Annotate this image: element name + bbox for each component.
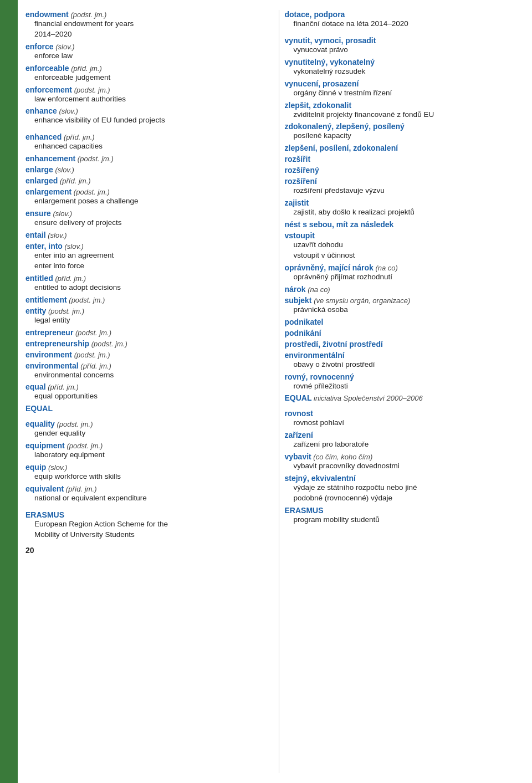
entry-term: oprávněný, mající nárok	[285, 263, 374, 272]
definition-line: enforceable judgement	[34, 73, 268, 83]
entry-term: enforcement	[25, 85, 72, 94]
blank-spacer	[285, 32, 527, 36]
entry-definition: enhanced capacities	[25, 141, 268, 152]
entry-definition: rozšíření představuje výzvu	[285, 186, 527, 196]
definition-line: enhance visibility of EU funded projects	[34, 115, 268, 126]
entry-definition: law enforcement authorities	[25, 94, 268, 105]
entry-definition: enforceable judgement	[25, 73, 268, 83]
list-item: EQUAL iniciativa Společenství 2000–2006	[285, 393, 527, 402]
list-item: environmental (příd. jm.)environmental c…	[25, 361, 268, 381]
list-item: zlepšit, zdokonalitzviditelnit projekty …	[285, 101, 527, 120]
entry-term: enlargement	[25, 187, 71, 196]
entry-definition: vybavit pracovníky dovednostmi	[285, 461, 527, 472]
definition-line: environmental concerns	[34, 370, 268, 381]
entry-definition: financial endowment for years2014–2020	[25, 19, 268, 40]
definition-line: uzavřít dohodu	[294, 240, 527, 250]
entry-definition: orgány činné v trestním řízení	[285, 88, 527, 99]
entry-meta: (na co)	[374, 264, 398, 272]
entry-meta: (ve smyslu orgán, organizace)	[312, 296, 411, 305]
definition-line: zviditelnit projekty financované z fondů…	[294, 110, 527, 120]
entry-definition: national or equivalent expenditure	[25, 493, 268, 504]
entry-definition: posílené kapacity	[285, 131, 527, 141]
entry-term: rozšíření	[285, 177, 317, 186]
list-item: equivalent (příd. jm.)national or equiva…	[25, 484, 268, 504]
right-column: dotace, podporafinanční dotace na léta 2…	[279, 10, 527, 773]
entry-definition: ensure delivery of projects	[25, 218, 268, 228]
definition-line: rovné příležitosti	[294, 381, 527, 392]
entry-term: vynutitelný, vykonatelný	[285, 58, 375, 66]
list-item: entrepreneur (podst. jm.)	[25, 328, 268, 337]
entry-term: environmental	[25, 361, 79, 370]
list-item: EQUAL	[25, 404, 268, 413]
entry-term: podnikatel	[285, 318, 324, 326]
list-item: enlargement (podst. jm.)enlargement pose…	[25, 187, 268, 207]
definition-line: law enforcement authorities	[34, 94, 268, 105]
list-item: oprávněný, mající nárok (na co)oprávněný…	[285, 263, 527, 283]
entry-term: vynucení, prosazení	[285, 79, 359, 88]
entry-term: environmentální	[285, 351, 345, 360]
entry-definition: vykonatelný rozsudek	[285, 66, 527, 77]
list-item: zařízenízařízení pro laboratoře	[285, 431, 527, 450]
entry-term: entitlement	[25, 295, 67, 304]
definition-line: 2014–2020	[34, 29, 268, 40]
entry-meta: (podst. jm.)	[89, 340, 127, 348]
entry-definition: equal opportunities	[25, 391, 268, 402]
entry-definition: laboratory equipment	[25, 450, 268, 460]
list-item: enlarged (příd. jm.)	[25, 176, 268, 185]
definition-line: laboratory equipment	[34, 450, 268, 460]
entry-meta: (slov.)	[46, 463, 67, 472]
definition-line: European Region Action Scheme for the	[34, 519, 268, 530]
entry-term: rozšířit	[285, 155, 311, 163]
list-item: equality (podst. jm.)gender equality	[25, 419, 268, 439]
entry-definition: equip workforce with skills	[25, 472, 268, 482]
entry-definition: uzavřít dohoduvstoupit v účinnost	[285, 240, 527, 261]
entry-term: entail	[25, 231, 46, 239]
list-item: rozšířit	[285, 155, 527, 163]
definition-line: finanční dotace na léta 2014–2020	[294, 19, 527, 29]
entry-meta: (podst. jm.)	[72, 86, 110, 94]
entry-term: ERASMUS	[25, 510, 64, 519]
blank-spacer	[25, 415, 268, 419]
definition-line: legal entity	[34, 315, 268, 326]
entry-term: zajistit	[285, 198, 309, 207]
entry-definition: vynucovat právo	[285, 45, 527, 55]
entry-term: equivalent	[25, 484, 64, 493]
entry-term: enter, into	[25, 242, 63, 250]
entry-meta: (podst. jm.)	[75, 155, 114, 163]
entry-term: entrepreneurship	[25, 339, 89, 348]
list-item: ERASMUSEuropean Region Action Scheme for…	[25, 510, 268, 540]
entry-definition: entitled to adopt decisions	[25, 283, 268, 293]
entry-definition: zajistit, aby došlo k realizaci projektů	[285, 207, 527, 218]
entry-term: subjekt	[285, 296, 312, 305]
entry-term: ERASMUS	[285, 506, 324, 515]
entry-definition: gender equality	[25, 428, 268, 439]
entry-term: vybavit	[285, 452, 311, 461]
entry-term: rozšířený	[285, 166, 319, 175]
list-item: rovnostrovnost pohlaví	[285, 409, 527, 428]
definition-line: enlargement poses a challenge	[34, 196, 268, 207]
definition-line: national or equivalent expenditure	[34, 493, 268, 504]
entry-term: enforceable	[25, 64, 69, 73]
entry-meta: (podst. jm.)	[46, 307, 84, 315]
definition-line: enforce law	[34, 51, 268, 62]
definition-line: entitled to adopt decisions	[34, 283, 268, 293]
definition-line: enhanced capacities	[34, 141, 268, 152]
list-item: zajistitzajistit, aby došlo k realizaci …	[285, 198, 527, 218]
entry-meta: (podst. jm.)	[73, 329, 111, 337]
list-item: enlarge (slov.)	[25, 165, 268, 174]
list-item: equip (slov.)equip workforce with skills	[25, 463, 268, 482]
entry-meta: (slov.)	[57, 107, 78, 115]
entry-meta: (podst. jm.)	[71, 188, 110, 196]
entry-term: entity	[25, 306, 46, 315]
entry-term: vynutit, vymoci, prosadit	[285, 36, 376, 45]
definition-line: oprávněný přijímat rozhodnutí	[294, 272, 527, 283]
definition-line: program mobility studentů	[294, 515, 527, 525]
entry-term: equipment	[25, 441, 65, 450]
entry-term: enlarged	[25, 176, 58, 185]
list-item: dotace, podporafinanční dotace na léta 2…	[285, 10, 527, 29]
entry-term: EQUAL	[285, 393, 312, 402]
definition-line: zajistit, aby došlo k realizaci projektů	[294, 207, 527, 218]
blank-spacer	[285, 405, 527, 409]
definition-line: ensure delivery of projects	[34, 218, 268, 228]
entry-term: endowment	[25, 10, 69, 19]
